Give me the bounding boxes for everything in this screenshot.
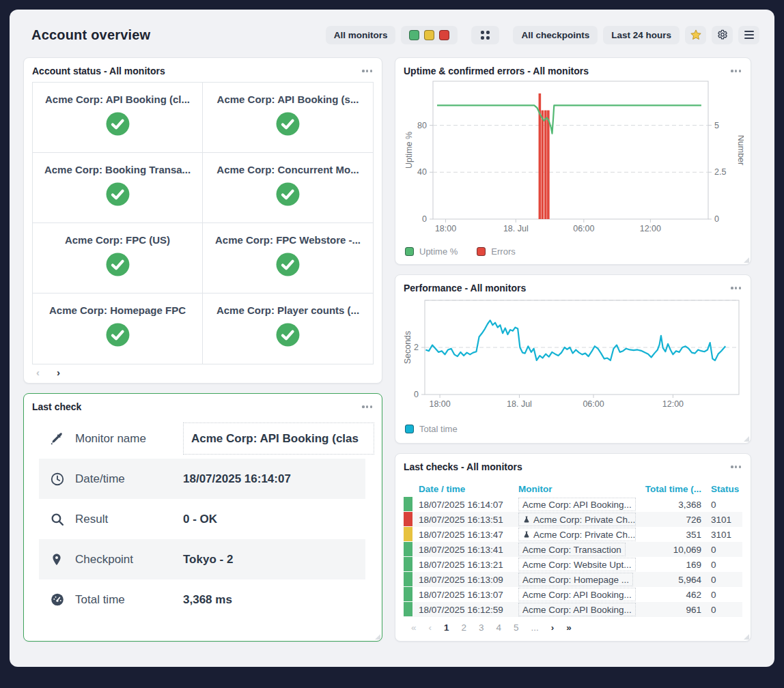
column-header-status[interactable]: Status (701, 484, 741, 494)
column-header-total-time[interactable]: Total time (... (639, 484, 701, 494)
panel-menu-button[interactable] (361, 67, 374, 74)
page-button[interactable]: 4 (490, 621, 508, 634)
table-row[interactable]: 18/07/2025 16:13:47 Acme Corp: Private C… (404, 527, 742, 542)
cell-monitor-link[interactable]: Acme Corp: Website Upt... (518, 558, 636, 571)
ok-check-icon (203, 252, 373, 280)
svg-text:Uptime %: Uptime % (404, 132, 414, 169)
menu-button[interactable] (738, 26, 759, 44)
status-colors-button[interactable] (401, 26, 458, 44)
performance-chart: 0218:0018. Jul06:0012:00Seconds (404, 296, 744, 413)
monitor-tile[interactable]: Acme Corp: Concurrent Mo... (203, 153, 373, 223)
last-check-row: CheckpointTokyo - 2 (39, 539, 365, 579)
table-row[interactable]: 18/07/2025 16:13:21 Acme Corp: Website U… (404, 557, 742, 572)
cell-monitor-link[interactable]: Acme Corp: Private Ch... (518, 513, 636, 526)
page-header: Account overview All monitors All checkp… (31, 25, 759, 45)
svg-text:40: 40 (417, 167, 427, 177)
monitor-tile[interactable]: Acme Corp: FPC Webstore -... (203, 223, 373, 293)
svg-text:18:00: 18:00 (435, 224, 456, 233)
cell-status: 0 (701, 500, 741, 510)
last-check-value: Tokyo - 2 (183, 553, 233, 567)
dashboard-grid-button[interactable] (471, 26, 499, 44)
page-button[interactable]: 2 (456, 621, 473, 634)
yellow-status-swatch (424, 30, 434, 40)
page-button[interactable]: 3 (473, 621, 490, 634)
table-row[interactable]: 18/07/2025 16:13:09 Acme Corp: Homepage … (404, 572, 742, 587)
legend-item-errors[interactable]: Errors (477, 246, 515, 257)
panel-menu-button[interactable] (729, 284, 742, 291)
time-range-button[interactable]: Last 24 hours (603, 26, 680, 44)
panel-title: Performance - All monitors (404, 283, 526, 293)
last-check-label: Total time (75, 593, 183, 607)
page-button[interactable]: » (560, 621, 578, 634)
all-monitors-label: All monitors (334, 30, 388, 40)
cell-monitor-link[interactable]: Acme Corp: Transaction (518, 543, 626, 556)
last-checks-table: Date / time Monitor Total time (... Stat… (404, 481, 742, 617)
monitor-tile[interactable]: Acme Corp: Player counts (... (203, 293, 373, 364)
cell-datetime: 18/07/2025 16:14:07 (412, 500, 518, 510)
cell-monitor-link[interactable]: Acme Corp: Homepage ... (518, 573, 633, 586)
page-button[interactable]: › (545, 621, 561, 634)
last-check-row: Total time3,368 ms (39, 579, 365, 620)
monitor-tile-name: Acme Corp: Player counts (... (211, 304, 365, 316)
resize-grip[interactable] (375, 634, 380, 640)
all-checkpoints-label: All checkpoints (521, 30, 589, 40)
grid-icon (481, 31, 490, 40)
resize-grip[interactable] (744, 257, 749, 263)
gear-icon (716, 29, 729, 41)
cell-monitor-link[interactable]: Acme Corp: API Booking... (518, 498, 636, 511)
panel-menu-button[interactable] (729, 67, 742, 74)
monitor-tile[interactable]: Acme Corp: API Booking (cl... (33, 83, 203, 153)
svg-text:2.5: 2.5 (714, 167, 726, 177)
hamburger-icon (744, 31, 754, 40)
panel-title: Last check (32, 401, 81, 412)
cell-datetime: 18/07/2025 16:13:41 (412, 545, 518, 555)
monitor-tile[interactable]: Acme Corp: FPC (US) (33, 223, 203, 293)
cell-monitor-link[interactable]: Acme Corp: API Booking... (518, 588, 636, 601)
cell-monitor-link[interactable]: Acme Corp: API Booking... (518, 603, 636, 616)
page-button[interactable]: « (405, 621, 423, 634)
cell-datetime: 18/07/2025 16:13:07 (412, 590, 518, 600)
panel-menu-button[interactable] (729, 463, 742, 470)
table-row[interactable]: 18/07/2025 16:13:07 Acme Corp: API Booki… (404, 587, 742, 602)
table-row[interactable]: 18/07/2025 16:14:07 Acme Corp: API Booki… (404, 497, 742, 512)
status-color-block (404, 527, 412, 542)
pager-next-button[interactable]: › (57, 367, 60, 378)
cell-total-time: 726 (639, 515, 701, 525)
monitor-name-text: Acme Corp: Private Ch... (533, 530, 635, 540)
resize-grip[interactable] (744, 634, 749, 640)
monitor-name-select[interactable]: Acme Corp: API Booking (clas (183, 422, 374, 455)
pager-prev-button[interactable]: ‹ (36, 367, 40, 378)
table-row[interactable]: 18/07/2025 16:13:51 Acme Corp: Private C… (404, 512, 742, 527)
page-button-current[interactable]: 1 (438, 621, 456, 634)
monitor-tile[interactable]: Acme Corp: Booking Transa... (33, 153, 203, 223)
cell-total-time: 961 (639, 605, 701, 615)
page-button[interactable]: ... (525, 621, 545, 634)
monitor-tile[interactable]: Acme Corp: API Booking (s... (203, 83, 373, 153)
favorite-button[interactable] (685, 26, 706, 44)
legend-item-total-time[interactable]: Total time (405, 424, 458, 434)
status-color-block (404, 587, 412, 602)
monitor-tile[interactable]: Acme Corp: Homepage FPC (33, 293, 203, 364)
pin-icon (50, 552, 65, 567)
status-color-block (404, 512, 412, 527)
column-header-date[interactable]: Date / time (412, 484, 518, 494)
page-button[interactable]: ‹ (423, 621, 438, 634)
all-monitors-button[interactable]: All monitors (326, 26, 396, 44)
legend-item-uptime[interactable]: Uptime % (405, 246, 458, 257)
uptime-swatch (405, 247, 414, 256)
page-title: Account overview (31, 27, 150, 43)
cell-status: 0 (701, 590, 741, 600)
column-header-monitor[interactable]: Monitor (518, 484, 639, 494)
ok-check-icon (203, 182, 373, 210)
settings-button[interactable] (712, 26, 733, 44)
cell-monitor-link[interactable]: Acme Corp: Private Ch... (518, 528, 636, 541)
page-button[interactable]: 5 (507, 621, 525, 634)
panel-menu-button[interactable] (361, 403, 374, 410)
cell-datetime: 18/07/2025 16:13:51 (412, 515, 518, 525)
table-row[interactable]: 18/07/2025 16:12:59 Acme Corp: API Booki… (404, 602, 742, 617)
resize-grip[interactable] (744, 436, 749, 442)
table-row[interactable]: 18/07/2025 16:13:41 Acme Corp: Transacti… (404, 542, 742, 557)
uptime-errors-panel: Uptime & confirmed errors - All monitors… (395, 57, 751, 265)
last-check-value: 3,368 ms (183, 593, 232, 607)
all-checkpoints-button[interactable]: All checkpoints (513, 26, 598, 44)
